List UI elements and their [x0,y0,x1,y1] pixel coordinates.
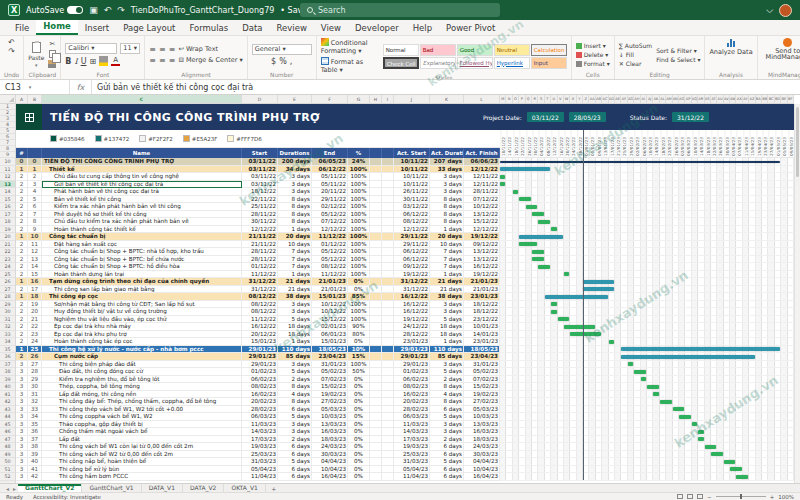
cell-index[interactable]: 23 [28,331,42,339]
cell-duration[interactable]: 18 days [278,331,312,339]
row-number[interactable]: 40 [0,383,15,391]
cell-act-finish[interactable]: 13/12/22 [464,256,500,264]
column-letter[interactable]: B [28,95,42,103]
cell-name[interactable]: Cụm nước cấp [42,353,242,361]
cell-act-finish[interactable]: 18/12/22 [464,308,500,316]
cell-index[interactable]: 29 [28,376,42,384]
cell-name[interactable]: Thi công biện pháp đào đất [42,361,242,369]
cell-level[interactable]: 2 [16,286,28,294]
cell-start[interactable]: 29/01/23 [242,353,278,361]
cell-end[interactable]: 21/01/23 [312,286,348,294]
cell-end[interactable]: 15/02/23 [312,383,348,391]
fill-color-icon[interactable] [99,56,108,66]
cell-index[interactable]: 14 [28,263,42,271]
cell-act-finish[interactable]: 30/03/23 [464,451,500,459]
sheet-nav-left-icon[interactable]: ◂ [4,485,11,492]
cell-name[interactable]: Thiết kế [42,166,242,174]
row-number[interactable]: 24 [0,263,15,271]
cell-aux2[interactable] [382,158,394,166]
cell-index[interactable]: 5 [28,196,42,204]
cell-start[interactable]: 28/11/22 [242,256,278,264]
cell-act-duration[interactable]: 6 days [430,443,464,451]
cell-level[interactable]: 1 [16,278,28,286]
cell-start[interactable]: 14/03/23 [242,428,278,436]
cell-aux2[interactable] [382,391,394,399]
cell-start[interactable]: 21/11/22 [242,233,278,241]
cell-aux1[interactable] [370,286,382,294]
cell-act-finish[interactable]: 21/01/23 [464,286,500,294]
ribbon-tab-page-layout[interactable]: Page Layout [116,21,182,35]
cell-duration[interactable]: 7 days [278,248,312,256]
cell-aux1[interactable] [370,398,382,406]
cell-name[interactable]: Hoàn thành công tác thiết kế [42,226,242,234]
cell-act-finish[interactable]: 24/03/23 [464,443,500,451]
cell-act-start[interactable]: 14/03/23 [394,428,430,436]
cell-pct[interactable]: 0% [348,421,370,429]
cell-name[interactable]: Công tác chuẩn bị Shop + BPTC: bể chứa n… [42,256,242,264]
cell-start[interactable]: 08/02/23 [242,383,278,391]
cell-style-input[interactable]: Input [531,57,567,69]
gantt-bar[interactable] [532,212,544,216]
cell-level[interactable]: 2 [16,301,28,309]
cell-aux1[interactable] [370,316,382,324]
cell-act-duration[interactable]: 110 days [430,346,464,354]
cell-duration[interactable]: 4 days [278,391,312,399]
cell-index[interactable]: 35 [28,421,42,429]
cell-pct[interactable]: 100% [348,263,370,271]
row-number[interactable]: 29 [0,301,15,309]
ribbon-tab-home[interactable]: Home [36,19,78,35]
autosave-toggle[interactable] [67,6,83,14]
cell-index[interactable]: 10 [28,233,42,241]
cell-aux1[interactable] [370,263,382,271]
column-letter[interactable]: E [278,95,312,103]
cell-act-duration[interactable]: 7 days [430,263,464,271]
cell-aux2[interactable] [382,368,394,376]
wrap-text-button[interactable]: ↩ Wrap Text [178,45,218,53]
cell-duration[interactable]: 3 days [278,428,312,436]
delete-button[interactable]: Delete ▾ [576,51,610,58]
redo-button[interactable]: ↷ [8,47,15,56]
cell-level[interactable]: 3 [16,421,28,429]
cell-aux2[interactable] [382,406,394,414]
cell-aux1[interactable] [370,466,382,474]
sheet-tab-ganttchart_v1[interactable]: GanttChart_V1 [82,484,141,492]
cell-duration[interactable]: 2 days [278,376,312,384]
cell-start[interactable]: 29/01/23 [242,361,278,369]
cell-aux2[interactable] [382,308,394,316]
cell-duration[interactable]: 34 days [278,166,312,174]
column-letter[interactable]: G [348,95,370,103]
cell-name[interactable]: Ép cọc đại trà khu nhà máy [42,323,242,331]
cell-aux2[interactable] [382,383,394,391]
ribbon-tab-view[interactable]: View [314,21,348,35]
gantt-bar[interactable] [621,355,754,359]
cell-end[interactable]: 19/02/23 [312,391,348,399]
cell-duration[interactable]: 3 days [278,181,312,189]
cell-index[interactable]: 33 [28,406,42,414]
cell-act-start[interactable]: 23/01/23 [394,338,430,346]
cell-name[interactable]: Chủ đầu tư cung cấp thông tin về công ng… [42,173,242,181]
cell-end[interactable]: 20/11/22 [312,188,348,196]
cell-duration[interactable]: 6 days [278,451,312,459]
cell-aux2[interactable] [382,248,394,256]
ribbon-tab-data[interactable]: Data [235,21,269,35]
cell-act-start[interactable]: 08/02/23 [394,383,430,391]
cell-duration[interactable]: 6 days [278,406,312,414]
cell-pct[interactable]: 100% [348,218,370,226]
cell-level[interactable]: 2 [16,248,28,256]
gantt-bar[interactable] [679,415,691,419]
cell-pct[interactable]: 100% [348,188,370,196]
cell-name[interactable]: Lấp đất móng, thi công nền [42,391,242,399]
cell-act-start[interactable]: 10/11/22 [394,181,430,189]
cell-act-duration[interactable]: 4 days [430,391,464,399]
row-number[interactable]: 28 [0,293,15,301]
fx-icon[interactable]: fx [70,80,92,94]
cell-aux2[interactable] [382,428,394,436]
cell-index[interactable]: 27 [28,361,42,369]
cell-aux1[interactable] [370,361,382,369]
cell-act-start[interactable]: 11/03/23 [394,421,430,429]
column-header-blank[interactable] [370,148,382,158]
cell-act-start[interactable]: 16/02/23 [394,391,430,399]
send-to-mindmanager-button[interactable]: Send to MindManager [762,48,800,60]
column-header-Durations[interactable]: Durations [278,148,312,158]
cell-start[interactable]: 03/11/22 [242,158,278,166]
